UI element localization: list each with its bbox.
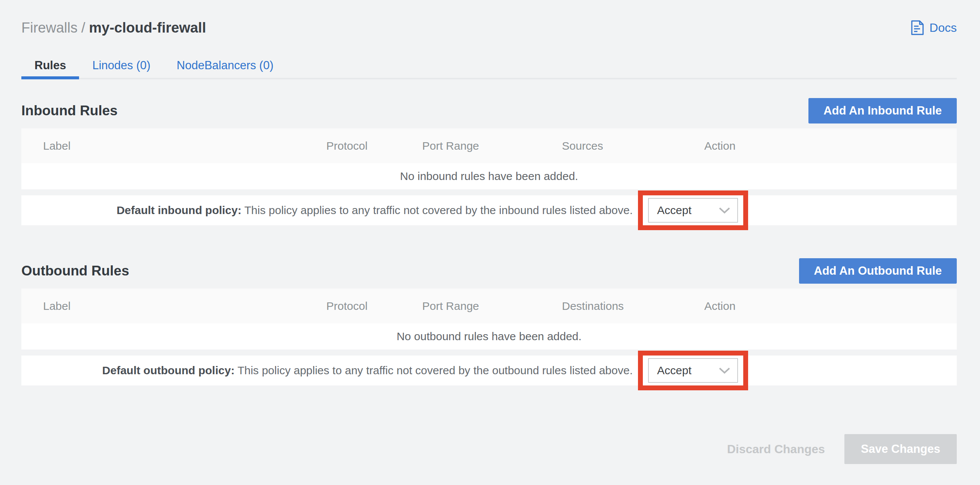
row-gap — [21, 350, 957, 355]
column-header-label: Label — [43, 139, 326, 152]
tab-linodes[interactable]: Linodes (0) — [79, 51, 163, 78]
chevron-down-icon — [719, 367, 730, 374]
inbound-rules-title: Inbound Rules — [21, 103, 118, 119]
outbound-table-header-row: Label Protocol Port Range Destinations A… — [21, 288, 957, 323]
add-outbound-rule-button[interactable]: Add An Outbound Rule — [799, 258, 957, 284]
outbound-policy-text: Default outbound policy: This policy app… — [21, 364, 633, 377]
inbound-policy-description: This policy applies to any traffic not c… — [244, 204, 633, 216]
row-gap — [21, 189, 957, 195]
outbound-policy-select[interactable]: Accept — [648, 358, 738, 383]
column-header-protocol: Protocol — [326, 139, 422, 152]
inbound-empty-message: No inbound rules have been added. — [400, 170, 578, 182]
outbound-empty-message: No outbound rules have been added. — [397, 330, 582, 343]
column-header-action: Action — [704, 139, 957, 152]
outbound-policy-row: Default outbound policy: This policy app… — [21, 355, 957, 385]
inbound-rules-table: Label Protocol Port Range Sources Action… — [21, 128, 957, 225]
inbound-policy-highlight-box: Accept — [638, 190, 748, 230]
page-header: Firewalls/my-cloud-firewall Docs — [21, 0, 957, 36]
inbound-policy-row: Default inbound policy: This policy appl… — [21, 195, 957, 225]
chevron-down-icon — [719, 207, 730, 214]
column-header-sources: Sources — [562, 139, 704, 152]
inbound-policy-selected-value: Accept — [657, 204, 692, 217]
inbound-policy-label: Default inbound policy: — [116, 204, 241, 216]
add-inbound-rule-button[interactable]: Add An Inbound Rule — [808, 98, 957, 124]
outbound-rules-title: Outbound Rules — [21, 263, 129, 279]
breadcrumb-firewalls-link[interactable]: Firewalls — [21, 20, 78, 36]
firewall-detail-page: Firewalls/my-cloud-firewall Docs Rules L… — [21, 0, 957, 464]
tab-nodebalancers[interactable]: NodeBalancers (0) — [164, 51, 286, 78]
discard-changes-button[interactable]: Discard Changes — [727, 442, 825, 456]
breadcrumb: Firewalls/my-cloud-firewall — [21, 19, 206, 36]
outbound-policy-label: Default outbound policy: — [102, 364, 234, 376]
inbound-policy-select[interactable]: Accept — [648, 198, 738, 223]
column-header-action: Action — [704, 300, 957, 312]
column-header-destinations: Destinations — [562, 300, 704, 312]
outbound-rules-section: Outbound Rules Add An Outbound Rule Labe… — [21, 258, 957, 385]
tab-rules[interactable]: Rules — [21, 51, 79, 78]
breadcrumb-current-firewall: my-cloud-firewall — [89, 20, 206, 36]
form-actions-footer: Discard Changes Save Changes — [21, 434, 957, 464]
save-changes-button[interactable]: Save Changes — [845, 434, 957, 464]
inbound-rules-section: Inbound Rules Add An Inbound Rule Label … — [21, 98, 957, 225]
column-header-port-range: Port Range — [422, 300, 562, 312]
column-header-label: Label — [43, 300, 326, 312]
docs-document-icon — [910, 20, 924, 35]
outbound-policy-highlight-box: Accept — [638, 351, 748, 390]
outbound-rules-table: Label Protocol Port Range Destinations A… — [21, 288, 957, 385]
column-header-protocol: Protocol — [326, 300, 422, 312]
tab-bar: Rules Linodes (0) NodeBalancers (0) — [21, 51, 957, 79]
inbound-table-header-row: Label Protocol Port Range Sources Action — [21, 128, 957, 163]
outbound-policy-selected-value: Accept — [657, 364, 692, 377]
outbound-policy-description: This policy applies to any traffic not c… — [237, 364, 633, 376]
inbound-empty-row: No inbound rules have been added. — [21, 163, 957, 189]
docs-link[interactable]: Docs — [910, 19, 957, 36]
outbound-empty-row: No outbound rules have been added. — [21, 323, 957, 350]
inbound-policy-text: Default inbound policy: This policy appl… — [21, 204, 633, 217]
breadcrumb-separator: / — [78, 20, 89, 36]
docs-label: Docs — [929, 19, 957, 36]
column-header-port-range: Port Range — [422, 139, 562, 152]
